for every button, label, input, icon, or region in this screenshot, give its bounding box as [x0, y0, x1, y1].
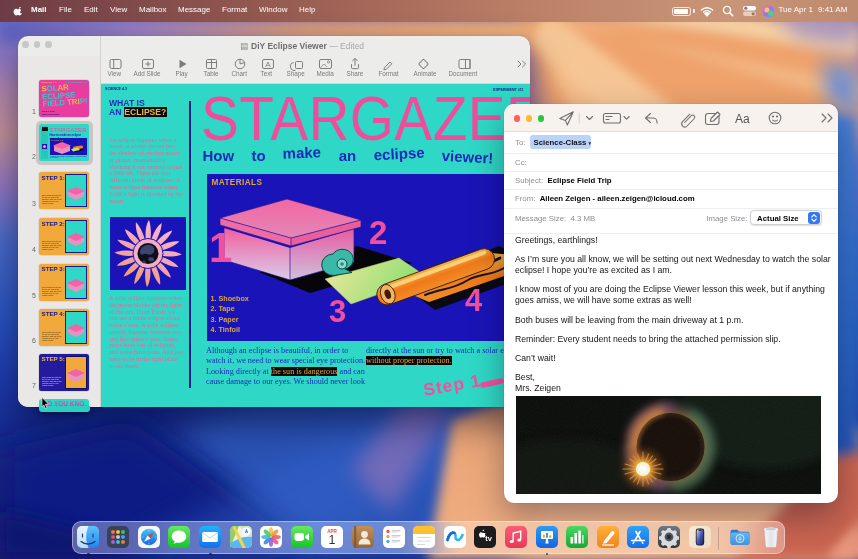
svg-text:tv: tv — [485, 533, 492, 542]
svg-text:A: A — [265, 60, 271, 69]
svg-text:Aa: Aa — [735, 112, 750, 126]
svg-text:1: 1 — [329, 533, 336, 547]
svg-text:1: 1 — [209, 224, 232, 271]
svg-text:2: 2 — [369, 214, 387, 251]
svg-text:4: 4 — [465, 283, 483, 318]
svg-text:3: 3 — [329, 294, 346, 329]
